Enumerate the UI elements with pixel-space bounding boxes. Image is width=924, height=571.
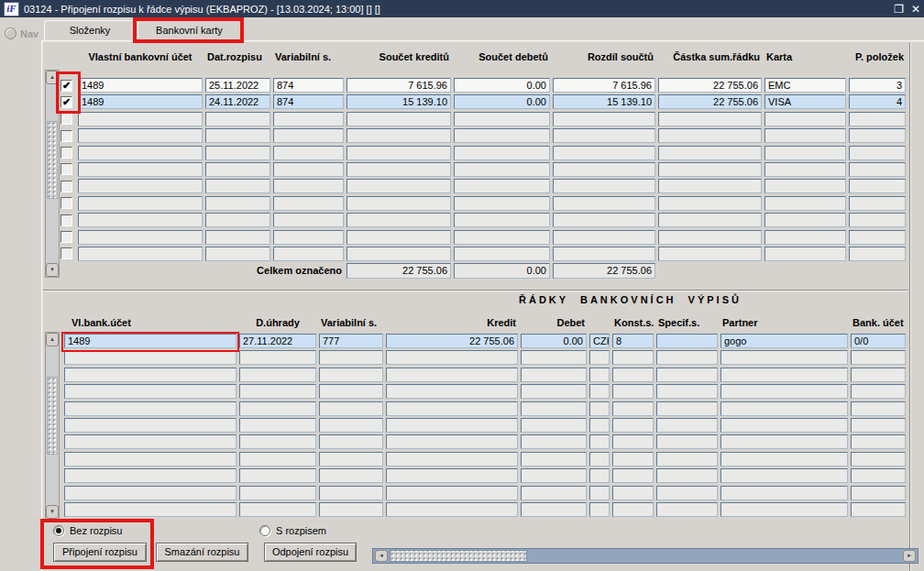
empty-cell[interactable]: [612, 486, 654, 500]
empty-cell[interactable]: [521, 418, 587, 433]
empty-cell[interactable]: [589, 434, 610, 449]
empty-cell[interactable]: [720, 468, 848, 483]
row-checkbox[interactable]: [60, 230, 75, 245]
attach-rozpis-button[interactable]: Připojení rozpisu: [53, 543, 147, 562]
cell-mena[interactable]: CZK: [589, 334, 610, 348]
empty-cell[interactable]: [720, 350, 848, 365]
empty-cell[interactable]: [589, 486, 610, 500]
empty-cell[interactable]: [553, 128, 655, 143]
empty-cell[interactable]: [205, 247, 270, 261]
empty-cell[interactable]: [273, 162, 344, 177]
empty-cell[interactable]: [658, 112, 762, 126]
cell-specif-s[interactable]: [656, 334, 718, 348]
empty-cell[interactable]: [78, 213, 203, 227]
row-checkbox[interactable]: ✔: [60, 94, 75, 109]
empty-cell[interactable]: [720, 368, 848, 382]
empty-cell[interactable]: [386, 368, 518, 382]
empty-cell[interactable]: [319, 502, 383, 517]
empty-cell[interactable]: [78, 112, 203, 126]
empty-cell[interactable]: [656, 486, 718, 500]
cell-bank-ucet[interactable]: 0/0: [851, 334, 906, 348]
empty-cell[interactable]: [553, 247, 655, 261]
scroll-up-icon[interactable]: ▲: [46, 71, 59, 84]
empty-cell[interactable]: [849, 230, 906, 245]
empty-cell[interactable]: [346, 179, 451, 193]
empty-cell[interactable]: [239, 368, 316, 382]
empty-cell[interactable]: [656, 384, 718, 399]
empty-cell[interactable]: [273, 196, 344, 211]
empty-cell[interactable]: [849, 146, 906, 160]
empty-cell[interactable]: [720, 502, 848, 517]
empty-cell[interactable]: [454, 112, 550, 126]
empty-cell[interactable]: [239, 418, 316, 433]
empty-cell[interactable]: [319, 434, 383, 449]
empty-cell[interactable]: [589, 368, 610, 382]
empty-cell[interactable]: [764, 230, 846, 245]
empty-cell[interactable]: [239, 486, 316, 500]
empty-cell[interactable]: [764, 112, 846, 126]
empty-cell[interactable]: [851, 486, 906, 500]
empty-cell[interactable]: [319, 384, 383, 399]
delete-rozpis-button[interactable]: Smazání rozpisu: [156, 543, 248, 562]
empty-cell[interactable]: [346, 146, 451, 160]
empty-cell[interactable]: [273, 213, 344, 227]
empty-cell[interactable]: [849, 179, 906, 193]
empty-cell[interactable]: [851, 384, 906, 399]
empty-cell[interactable]: [454, 179, 550, 193]
empty-cell[interactable]: [851, 502, 906, 517]
scrollbar-thumb[interactable]: [390, 550, 527, 562]
empty-cell[interactable]: [764, 128, 846, 143]
cell-konst-s[interactable]: 8: [612, 334, 654, 348]
scroll-down-icon[interactable]: ▼: [46, 505, 59, 519]
cell-karta[interactable]: VISA: [764, 94, 846, 109]
cell-rozdil-souctu[interactable]: 15 139.10: [553, 94, 655, 109]
empty-cell[interactable]: [612, 468, 654, 483]
empty-cell[interactable]: [589, 452, 610, 467]
empty-cell[interactable]: [346, 196, 451, 211]
empty-cell[interactable]: [273, 230, 344, 245]
empty-cell[interactable]: [720, 434, 848, 449]
empty-cell[interactable]: [319, 486, 383, 500]
empty-cell[interactable]: [612, 418, 654, 433]
empty-cell[interactable]: [849, 213, 906, 227]
empty-cell[interactable]: [239, 384, 316, 399]
empty-cell[interactable]: [656, 418, 718, 433]
empty-cell[interactable]: [553, 146, 655, 160]
empty-cell[interactable]: [64, 418, 236, 433]
row-checkbox[interactable]: [60, 179, 75, 193]
empty-cell[interactable]: [764, 213, 846, 227]
empty-cell[interactable]: [589, 401, 610, 416]
empty-cell[interactable]: [658, 162, 762, 177]
empty-cell[interactable]: [720, 384, 848, 399]
empty-cell[interactable]: [612, 350, 654, 365]
tab-bankovni-karty[interactable]: Bankovní karty: [138, 20, 241, 40]
empty-cell[interactable]: [521, 368, 587, 382]
empty-cell[interactable]: [346, 247, 451, 261]
empty-cell[interactable]: [656, 434, 718, 449]
empty-cell[interactable]: [658, 146, 762, 160]
cell-variabilni-s[interactable]: 874: [273, 78, 344, 93]
empty-cell[interactable]: [553, 179, 655, 193]
close-window-icon[interactable]: ✕: [911, 3, 920, 16]
row-checkbox[interactable]: [60, 128, 75, 143]
tab-slozenky[interactable]: Složenky: [44, 20, 136, 40]
empty-cell[interactable]: [239, 434, 316, 449]
empty-cell[interactable]: [64, 434, 236, 449]
empty-cell[interactable]: [205, 112, 270, 126]
empty-cell[interactable]: [78, 128, 203, 143]
row-checkbox[interactable]: ✔: [60, 78, 75, 93]
empty-cell[interactable]: [521, 468, 587, 483]
empty-cell[interactable]: [656, 452, 718, 467]
scroll-right-icon[interactable]: ►: [903, 550, 916, 562]
empty-cell[interactable]: [764, 196, 846, 211]
empty-cell[interactable]: [273, 112, 344, 126]
empty-cell[interactable]: [849, 112, 906, 126]
empty-cell[interactable]: [720, 486, 848, 500]
empty-cell[interactable]: [386, 384, 518, 399]
scrollbar-thumb[interactable]: [47, 121, 58, 199]
empty-cell[interactable]: [720, 452, 848, 467]
empty-cell[interactable]: [386, 486, 518, 500]
radio-s-rozpisem[interactable]: S rozpisem: [259, 524, 326, 537]
empty-cell[interactable]: [521, 452, 587, 467]
empty-cell[interactable]: [64, 502, 236, 517]
